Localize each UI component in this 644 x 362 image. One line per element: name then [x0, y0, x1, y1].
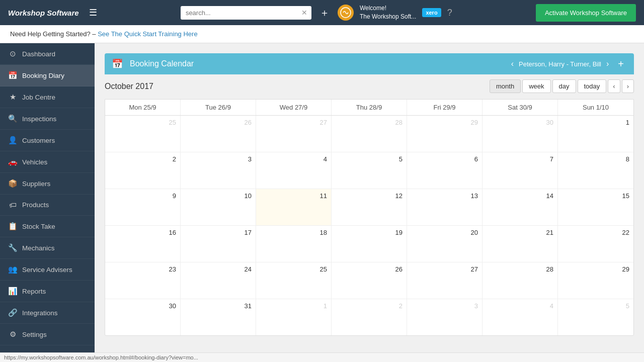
sidebar-item-inspections[interactable]: 🔍Inspections: [0, 108, 95, 130]
sidebar-item-products[interactable]: 🏷Products: [0, 195, 95, 216]
activate-button[interactable]: Activate Workshop Software: [536, 4, 636, 22]
view-month-button[interactable]: month: [490, 79, 521, 93]
calendar-day-cell[interactable]: 30: [105, 299, 181, 335]
calendar-day-cell[interactable]: 29: [407, 116, 482, 152]
brand-icon: [338, 5, 354, 21]
search-clear-icon[interactable]: ✕: [301, 9, 307, 17]
sidebar-item-service-advisers[interactable]: 👥Service Advisers: [0, 259, 95, 281]
calendar-day-cell[interactable]: 24: [181, 262, 256, 299]
calendar-day-cell[interactable]: 30: [482, 116, 558, 152]
day-number: 13: [411, 192, 478, 200]
calendar-day-cell[interactable]: 31: [181, 299, 256, 335]
calendar-day-cell[interactable]: 4: [482, 299, 558, 335]
view-day-button[interactable]: day: [552, 79, 576, 93]
view-week-button[interactable]: week: [522, 79, 550, 93]
sidebar-label-integrations: Integrations: [22, 309, 58, 317]
xero-badge[interactable]: xero: [422, 8, 441, 17]
calendar-icon: 📅: [105, 53, 130, 74]
prev-person-button[interactable]: ‹: [508, 57, 517, 70]
calendar-week-row: 2526272829301: [105, 116, 633, 152]
calendar-day-cell[interactable]: 9: [105, 189, 181, 225]
suppliers-icon: 📦: [8, 179, 17, 188]
calendar-day-cell[interactable]: 20: [407, 226, 482, 262]
calendar-day-cell[interactable]: 26: [332, 262, 407, 299]
day-number: 16: [109, 229, 176, 236]
view-today-button[interactable]: today: [578, 79, 607, 93]
day-number: 3: [411, 302, 478, 310]
calendar-day-cell[interactable]: 5: [558, 299, 633, 335]
calendar-day-cell[interactable]: 21: [482, 226, 558, 262]
sidebar-label-stock-take: Stock Take: [22, 223, 55, 230]
calendar-day-cell[interactable]: 1: [256, 299, 332, 335]
vehicles-icon: 🚗: [8, 157, 17, 166]
help-icon[interactable]: ?: [447, 8, 452, 18]
sidebar-item-integrations[interactable]: 🔗Integrations: [0, 302, 95, 324]
day-number: 25: [109, 119, 176, 126]
calendar-day-cell[interactable]: 5: [332, 152, 407, 189]
sidebar-item-suppliers[interactable]: 📦Suppliers: [0, 173, 95, 195]
sidebar-label-mechanics: Mechanics: [22, 244, 55, 252]
sidebar-item-stock-take[interactable]: 📋Stock Take: [0, 216, 95, 237]
calendar-day-cell[interactable]: 3: [181, 152, 256, 189]
day-number: 30: [109, 302, 176, 310]
calendar-week-row: 9101112131415: [105, 189, 633, 226]
calendar-day-cell[interactable]: 13: [407, 189, 482, 225]
calendar-day-cell[interactable]: 3: [407, 299, 482, 335]
sidebar-label-inspections: Inspections: [22, 115, 56, 123]
day-number: 27: [260, 119, 327, 126]
calendar-view-buttons: month week day today ‹ ›: [490, 79, 634, 93]
day-number: 29: [411, 119, 478, 126]
calendar-day-cell[interactable]: 17: [181, 226, 256, 262]
calendar-day-cell[interactable]: 7: [482, 152, 558, 189]
stock-take-icon: 📋: [8, 222, 17, 231]
calendar-day-cell[interactable]: 16: [105, 226, 181, 262]
calendar-day-cell[interactable]: 2: [332, 299, 407, 335]
calendar-day-cell[interactable]: 28: [332, 116, 407, 152]
calendar-day-cell[interactable]: 14: [482, 189, 558, 225]
sidebar-item-customers[interactable]: 👤Customers: [0, 130, 95, 151]
calendar-day-cell[interactable]: 25: [105, 116, 181, 152]
day-number: 8: [562, 155, 629, 163]
calendar-day-cell[interactable]: 6: [407, 152, 482, 189]
sidebar-label-reports: Reports: [22, 288, 46, 295]
calendar-day-cell[interactable]: 8: [558, 152, 633, 189]
sidebar-item-job-centre[interactable]: ★Job Centre: [0, 86, 95, 108]
prev-month-button[interactable]: ‹: [608, 79, 620, 93]
calendar-day-cell[interactable]: 26: [181, 116, 256, 152]
add-booking-button[interactable]: +: [614, 56, 628, 72]
calendar-day-cell[interactable]: 1: [558, 116, 633, 152]
search-input[interactable]: [181, 6, 311, 20]
calendar-person: Peterson, Harry - Turner, Bill: [519, 60, 601, 68]
calendar-toolbar: October 2017 month week day today ‹ ›: [105, 74, 634, 99]
calendar-day-cell[interactable]: 19: [332, 226, 407, 262]
sidebar-item-vehicles[interactable]: 🚗Vehicles: [0, 151, 95, 173]
calendar-day-cell[interactable]: 10: [181, 189, 256, 225]
calendar-day-cell[interactable]: 2: [105, 152, 181, 189]
calendar-day-cell[interactable]: 25: [256, 262, 332, 299]
calendar-day-cell[interactable]: 15: [558, 189, 633, 225]
next-person-button[interactable]: ›: [603, 57, 612, 70]
add-new-icon[interactable]: ＋: [319, 6, 330, 20]
sidebar-item-settings[interactable]: ⚙Settings: [0, 324, 95, 345]
calendar-day-cell[interactable]: 23: [105, 262, 181, 299]
calendar-day-cell[interactable]: 12: [332, 189, 407, 225]
calendar-day-cell[interactable]: 29: [558, 262, 633, 299]
sidebar-item-mechanics[interactable]: 🔧Mechanics: [0, 237, 95, 259]
sidebar-item-booking-diary[interactable]: 📅Booking Diary: [0, 65, 95, 86]
hamburger-menu-icon[interactable]: ☰: [89, 7, 97, 18]
calendar-day-cell[interactable]: 27: [407, 262, 482, 299]
calendar-day-cell[interactable]: 4: [256, 152, 332, 189]
next-month-button[interactable]: ›: [622, 79, 634, 93]
calendar-day-cell[interactable]: 22: [558, 226, 633, 262]
status-url: https://my.workshopsoftware.com.au/works…: [4, 354, 198, 359]
sidebar-item-dashboard[interactable]: ⊙Dashboard: [0, 43, 95, 65]
day-number: 6: [411, 155, 478, 163]
day-number: 9: [109, 192, 176, 200]
calendar-day-cell[interactable]: 11: [256, 189, 332, 225]
day-number: 5: [562, 302, 629, 310]
calendar-day-cell[interactable]: 18: [256, 226, 332, 262]
calendar-day-cell[interactable]: 27: [256, 116, 332, 152]
sidebar-item-reports[interactable]: 📊Reports: [0, 281, 95, 302]
calendar-day-cell[interactable]: 28: [482, 262, 558, 299]
quick-start-link[interactable]: See The Quick Start Training Here: [98, 30, 197, 38]
